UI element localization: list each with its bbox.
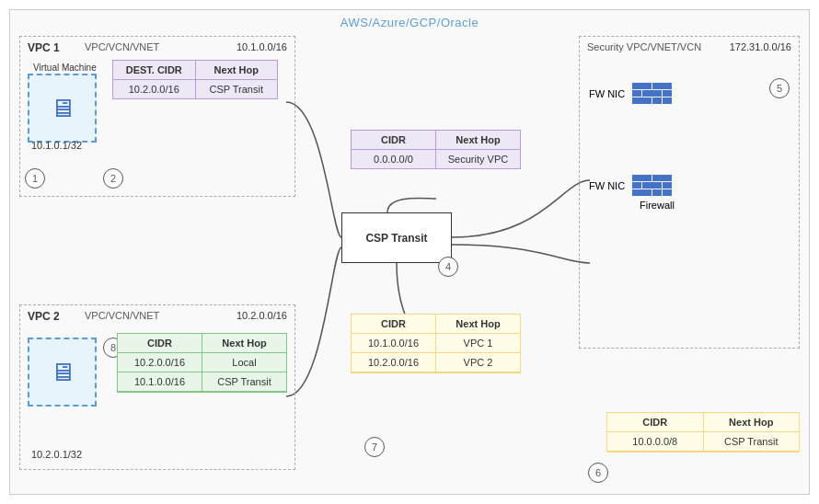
csp-transit-box: CSP Transit bbox=[341, 212, 452, 263]
firewall-icon-1 bbox=[632, 83, 672, 104]
vpc1-container: VPC 1 VPC/VCN/VNET 10.1.0.0/16 Virtual M… bbox=[19, 36, 295, 197]
vpc1-rt-row1-cidr: 10.2.0.0/16 bbox=[113, 80, 196, 98]
vm-box: 🖥 bbox=[28, 74, 97, 143]
security-vpc-container: Security VPC/VNET/VCN 172.31.0.0/16 FW N… bbox=[579, 36, 800, 349]
mid-bot-row2-cidr: 10.2.0.0/16 bbox=[352, 353, 436, 372]
vm-icon-2: 🖥 bbox=[50, 357, 75, 387]
mid-top-row1-hop: Security VPC bbox=[436, 150, 520, 168]
mid-bot-col1: CIDR bbox=[352, 315, 436, 333]
vpc2-container: VPC 2 VPC/VCN/VNET 10.2.0.0/16 🖥 10.2.0.… bbox=[19, 304, 295, 470]
mid-bot-route-table: CIDR Next Hop 10.1.0.0/16 VPC 1 10.2.0.0… bbox=[351, 314, 521, 373]
vpc2-rt-row2-cidr: 10.1.0.0/16 bbox=[118, 372, 202, 391]
main-diagram: AWS/Azure/GCP/Oracle VPC 1 VPC/VCN/VNET … bbox=[9, 9, 810, 495]
mid-top-col1: CIDR bbox=[352, 131, 436, 149]
vpc2-rt-col1: CIDR bbox=[118, 334, 202, 352]
fw-nic-1-row: FW NIC bbox=[589, 83, 672, 104]
fw-nic-2-label: FW NIC bbox=[589, 180, 625, 191]
circle-5: 5 bbox=[769, 78, 790, 98]
bot-right-col1: CIDR bbox=[607, 413, 704, 431]
fw-nic-1-label: FW NIC bbox=[589, 88, 625, 99]
mid-top-route-table: CIDR Next Hop 0.0.0.0/0 Security VPC bbox=[351, 130, 521, 169]
vpc1-rt-col2: Next Hop bbox=[196, 61, 278, 79]
circle-6: 6 bbox=[588, 463, 608, 483]
circle-2: 2 bbox=[103, 168, 123, 189]
mid-top-row1-cidr: 0.0.0.0/0 bbox=[352, 150, 436, 168]
vpc1-rt-row1-hop: CSP Transit bbox=[196, 80, 278, 98]
mid-bot-col2: Next Hop bbox=[436, 315, 520, 333]
vpc2-cidr: 10.2.0.0/16 bbox=[236, 310, 287, 321]
vm-ip-2: 10.2.0.1/32 bbox=[31, 449, 82, 460]
security-vpc-label: Security VPC/VNET/VCN bbox=[587, 41, 701, 52]
bot-right-col2: Next Hop bbox=[704, 413, 800, 431]
vpc2-rt-row1-hop: Local bbox=[202, 353, 286, 372]
vpc2-rt-row2-hop: CSP Transit bbox=[202, 372, 286, 391]
vpc2-rt-col2: Next Hop bbox=[202, 334, 286, 352]
mid-bot-row1-cidr: 10.1.0.0/16 bbox=[352, 334, 436, 352]
vm-icon: 🖥 bbox=[50, 93, 75, 123]
csp-transit-label: CSP Transit bbox=[365, 232, 427, 245]
vm-label: Virtual Machine bbox=[33, 63, 97, 73]
vm-box-2: 🖥 bbox=[28, 338, 97, 407]
mid-bot-row1-hop: VPC 1 bbox=[436, 334, 520, 352]
vpc2-rt-row1-cidr: 10.2.0.0/16 bbox=[118, 353, 202, 372]
security-vpc-cidr: 172.31.0.0/16 bbox=[730, 41, 791, 52]
vpc2-label: VPC 2 bbox=[28, 310, 60, 323]
fw-nic-2-row: FW NIC Firewall bbox=[589, 175, 675, 211]
firewall-icon-2 bbox=[632, 175, 672, 196]
circle-4: 4 bbox=[438, 257, 458, 277]
vpc2-route-table: CIDR Next Hop 10.2.0.0/16 Local 10.1.0.0… bbox=[117, 333, 287, 393]
circle-7: 7 bbox=[364, 437, 385, 457]
firewall-label: Firewall bbox=[640, 200, 675, 211]
bot-right-row1-hop: CSP Transit bbox=[704, 432, 800, 451]
circle-1: 1 bbox=[25, 168, 45, 189]
vpc1-cidr: 10.1.0.0/16 bbox=[236, 41, 287, 52]
vpc1-label: VPC 1 bbox=[28, 41, 60, 54]
vpc1-route-table: DEST. CIDR Next Hop 10.2.0.0/16 CSP Tran… bbox=[112, 60, 278, 99]
mid-bot-row2-hop: VPC 2 bbox=[436, 353, 520, 372]
vpc2-vnet-label: VPC/VCN/VNET bbox=[85, 310, 159, 321]
bot-right-row1-cidr: 10.0.0.0/8 bbox=[607, 432, 704, 451]
vpc1-vnet-label: VPC/VCN/VNET bbox=[85, 41, 159, 52]
mid-top-col2: Next Hop bbox=[436, 131, 520, 149]
bot-right-route-table: CIDR Next Hop 10.0.0.0/8 CSP Transit bbox=[606, 412, 800, 452]
cloud-label: AWS/Azure/GCP/Oracle bbox=[10, 10, 809, 29]
vm-ip: 10.1.0.1/32 bbox=[31, 140, 82, 151]
vpc1-rt-col1: DEST. CIDR bbox=[113, 61, 196, 79]
